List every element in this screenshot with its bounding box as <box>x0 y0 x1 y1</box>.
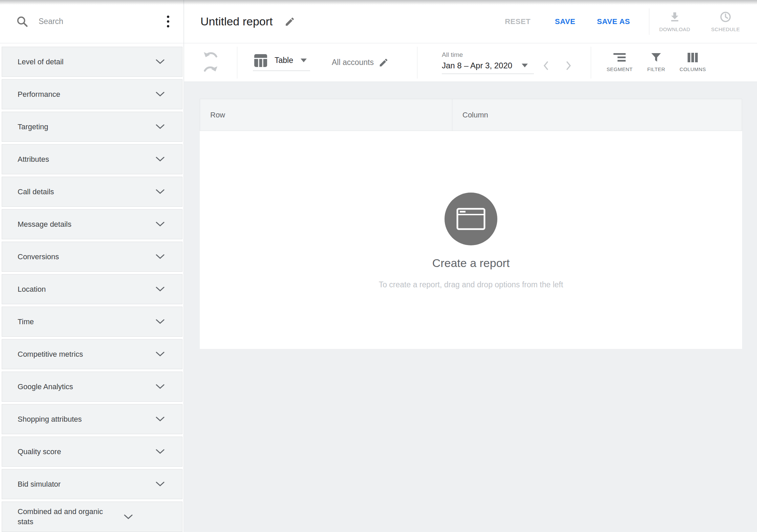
sidebar-item-quality-score[interactable]: Quality score <box>2 437 182 467</box>
sidebar-item-bid-simulator[interactable]: Bid simulator <box>2 469 182 499</box>
chevron-down-icon <box>124 514 133 519</box>
chart-type-dropdown[interactable]: Table <box>253 54 310 71</box>
chevron-down-icon <box>156 157 165 162</box>
chevron-down-icon <box>156 384 165 389</box>
date-range-picker[interactable]: All time Jan 8 – Apr 3, 2020 <box>442 51 534 74</box>
sidebar-item-combined-ad-organic[interactable]: Combined ad and organic stats <box>2 502 182 532</box>
chevron-down-icon <box>156 59 165 64</box>
sidebar-item-location[interactable]: Location <box>2 274 182 304</box>
accounts-label: All accounts <box>332 58 374 67</box>
filter-button[interactable]: FILTER <box>638 53 674 72</box>
sidebar-item-shopping-attributes[interactable]: Shopping attributes <box>2 404 182 434</box>
chevron-down-icon <box>156 482 165 487</box>
category-list: Level of detail Performance Targeting At… <box>0 43 183 532</box>
chevron-down-icon <box>156 92 165 97</box>
table-body: Create a report To create a report, drag… <box>200 131 742 349</box>
search-icon <box>16 15 29 28</box>
sidebar-item-message-details[interactable]: Message details <box>2 209 182 239</box>
columns-icon <box>687 53 698 62</box>
sidebar-item-level-of-detail[interactable]: Level of detail <box>2 47 182 77</box>
toolbar-divider <box>591 47 591 79</box>
sidebar-search-bar <box>0 0 183 43</box>
date-range-label: Jan 8 – Apr 3, 2020 <box>442 61 512 70</box>
schedule-clock-icon <box>719 11 732 23</box>
schedule-button[interactable]: SCHEDULE <box>700 11 751 32</box>
empty-state-title: Create a report <box>432 256 510 270</box>
chevron-down-icon <box>156 352 165 357</box>
chevron-right-icon[interactable] <box>565 61 572 71</box>
column-drop-zone[interactable]: Column <box>452 99 742 131</box>
chart-type-label: Table <box>275 56 293 65</box>
chevron-down-icon <box>156 189 165 194</box>
chevron-down-icon <box>156 417 165 422</box>
undo-redo-group <box>184 43 237 82</box>
sidebar-item-attributes[interactable]: Attributes <box>2 144 182 174</box>
report-title: Untitled report <box>200 15 273 28</box>
chevron-down-icon <box>156 222 165 227</box>
chevron-down-icon <box>156 254 165 259</box>
report-canvas: Row Column Create a report To create a r… <box>184 82 757 531</box>
chevron-left-icon[interactable] <box>543 61 549 71</box>
download-button[interactable]: DOWNLOAD <box>649 11 700 32</box>
sidebar-item-targeting[interactable]: Targeting <box>2 112 182 142</box>
kebab-menu-icon[interactable] <box>164 14 172 29</box>
sidebar-item-conversions[interactable]: Conversions <box>2 242 182 272</box>
download-icon <box>669 11 681 23</box>
chevron-down-icon <box>156 319 165 324</box>
caret-down-icon <box>301 59 307 62</box>
chevron-down-icon <box>156 287 165 292</box>
save-button[interactable]: SAVE <box>555 17 575 26</box>
columns-button[interactable]: COLUMNS <box>674 53 711 72</box>
sidebar-item-google-analytics[interactable]: Google Analytics <box>2 372 182 402</box>
sidebar-item-call-details[interactable]: Call details <box>2 177 182 207</box>
edit-title-pencil-icon[interactable] <box>284 16 295 27</box>
sidebar-item-performance[interactable]: Performance <box>2 79 182 109</box>
save-as-button[interactable]: SAVE AS <box>597 17 630 26</box>
date-preset-label: All time <box>442 51 534 59</box>
reset-button[interactable]: RESET <box>505 17 531 26</box>
empty-state-subtitle: To create a report, drag and drop option… <box>379 280 563 289</box>
segment-button[interactable]: SEGMENT <box>601 53 638 72</box>
table-header-row: Row Column <box>200 99 742 131</box>
row-drop-zone[interactable]: Row <box>200 99 452 131</box>
report-header: Untitled report RESET SAVE SAVE AS DOWNL… <box>184 0 757 43</box>
create-report-icon <box>445 193 497 245</box>
sidebar-item-competitive-metrics[interactable]: Competitive metrics <box>2 339 182 369</box>
filter-funnel-icon <box>651 53 661 62</box>
toolbar-divider <box>237 47 237 79</box>
accounts-selector[interactable]: All accounts <box>332 58 389 68</box>
main-panel: Untitled report RESET SAVE SAVE AS DOWNL… <box>184 0 757 532</box>
segment-icon <box>613 53 626 62</box>
redo-icon[interactable] <box>203 65 218 74</box>
caret-down-icon <box>522 64 528 67</box>
date-nav <box>543 61 572 71</box>
report-options-sidebar: Level of detail Performance Targeting At… <box>0 0 184 532</box>
search-input[interactable] <box>39 17 164 26</box>
header-actions: RESET SAVE SAVE AS DOWNLOAD <box>505 8 757 35</box>
toolbar-divider <box>417 47 417 79</box>
sidebar-item-time[interactable]: Time <box>2 307 182 337</box>
chevron-down-icon <box>156 449 165 454</box>
table-icon <box>254 54 267 67</box>
report-table: Row Column Create a report To create a r… <box>200 99 742 349</box>
chevron-down-icon <box>156 124 165 129</box>
undo-icon[interactable] <box>203 51 218 60</box>
edit-accounts-pencil-icon <box>378 58 389 68</box>
report-toolbar: Table All accounts All time Jan 8 – Apr … <box>184 43 757 82</box>
